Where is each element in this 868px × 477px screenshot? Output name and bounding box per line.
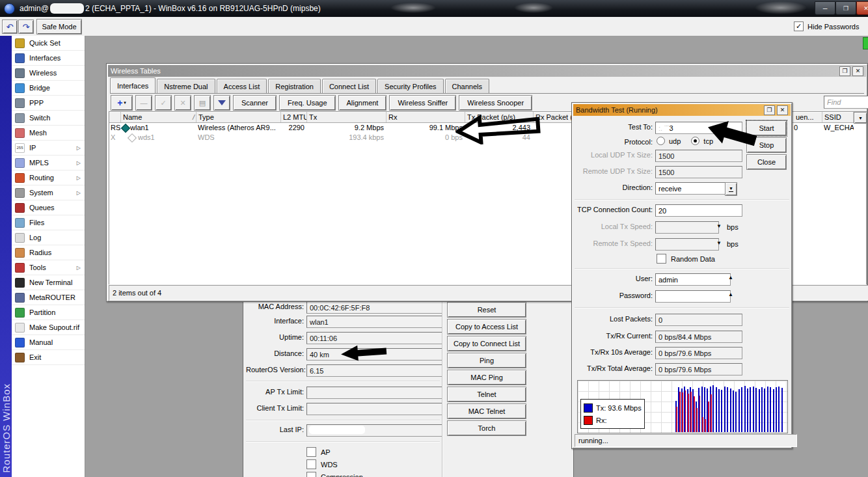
local-tx-speed-dropdown-icon[interactable]: ▼ — [716, 223, 722, 229]
sidebar-item-system[interactable]: System▷ — [12, 185, 85, 200]
legend-swatch — [584, 416, 593, 425]
random-data-group[interactable]: Random Data — [657, 254, 715, 264]
column-header-type[interactable]: Type — [197, 112, 281, 122]
comment-button[interactable]: ▤ — [194, 95, 211, 111]
sidebar-item-ip[interactable]: 255IP▷ — [12, 141, 85, 156]
ap-checkbox[interactable] — [306, 447, 316, 457]
sidebar-item-manual[interactable]: Manual — [12, 335, 85, 350]
wds-checkbox[interactable] — [306, 459, 316, 469]
direction-select[interactable]: receive — [655, 182, 731, 195]
protocol-tcp-radio[interactable] — [691, 137, 699, 145]
sidebar-item-ppp[interactable]: PPP — [12, 96, 85, 111]
bt-maximize-button[interactable]: ❐ — [764, 105, 775, 115]
rx-cell: 99.1 Mbps — [387, 123, 463, 133]
sidebar-item-radius[interactable]: Radius — [12, 245, 85, 260]
sidebar-item-switch[interactable]: Switch — [12, 111, 85, 126]
sidebar-item-mesh[interactable]: Mesh — [12, 126, 85, 141]
ping-button[interactable]: Ping — [447, 353, 526, 368]
sidebar-item-mpls[interactable]: MPLS▷ — [12, 156, 85, 170]
wireless-sniffer-button[interactable]: Wireless Sniffer — [389, 95, 456, 111]
copy-to-connect-list-button[interactable]: Copy to Connect List — [447, 336, 526, 351]
reset-button[interactable]: Reset — [447, 302, 526, 318]
direction-dropdown-button[interactable]: ▼ — [725, 182, 737, 196]
checkbox-group-ap[interactable]: AP — [306, 447, 331, 457]
filter-button[interactable] — [213, 95, 230, 111]
column-header-l2-mtu[interactable]: L2 MTU — [281, 112, 307, 122]
app-minimize-button[interactable]: – — [815, 1, 835, 15]
tab-connect-list[interactable]: Connect List — [322, 79, 376, 93]
scanner-button[interactable]: Scanner — [233, 95, 277, 111]
app-maximize-button[interactable]: ❐ — [835, 1, 856, 15]
compression-checkbox[interactable] — [306, 472, 316, 477]
wireless-snooper-button[interactable]: Wireless Snooper — [459, 95, 532, 111]
separator — [575, 199, 789, 200]
sidebar-item-exit[interactable]: Exit — [12, 350, 85, 365]
bt-close-button[interactable]: ✕ — [777, 105, 788, 115]
add-interface-button[interactable]: + ▾ — [111, 95, 133, 111]
bandwidth-test-titlebar[interactable]: Bandwidth Test (Running) ❐ ✕ — [573, 104, 791, 116]
password-spinner-icon[interactable]: ▲ — [728, 292, 733, 297]
undo-button[interactable]: ↶ — [2, 20, 18, 34]
sidebar-item-queues[interactable]: Queues — [12, 200, 85, 215]
mac-telnet-button[interactable]: MAC Telnet — [447, 403, 526, 419]
wt-close-button[interactable]: ✕ — [852, 66, 863, 76]
sidebar-menu: Quick SetInterfacesWirelessBridgePPPSwit… — [12, 36, 85, 477]
hide-passwords-group[interactable]: ✓ Hide Passwords — [794, 21, 859, 31]
close-button[interactable]: Close — [746, 154, 787, 170]
app-close-button[interactable]: ✕ — [856, 1, 868, 15]
checkbox-group-compression[interactable]: Compression — [306, 472, 363, 477]
tcp-connection-count-input[interactable]: 20 — [655, 204, 742, 217]
random-data-checkbox[interactable] — [657, 254, 666, 264]
tab-interfaces[interactable]: Interfaces — [110, 77, 156, 93]
tab-channels[interactable]: Channels — [445, 79, 489, 93]
protocol-udp-radio[interactable] — [657, 137, 665, 145]
distance-label: Distance: — [246, 349, 304, 357]
disable-button[interactable]: ✕ — [174, 95, 191, 111]
mac-ping-button[interactable]: MAC Ping — [447, 370, 526, 385]
remove-interface-button[interactable]: — — [135, 95, 152, 111]
find-input[interactable]: Find — [824, 96, 868, 109]
password-input[interactable] — [655, 290, 731, 303]
copy-to-access-list-button[interactable]: Copy to Access List — [447, 319, 526, 334]
sidebar-item-new-terminal[interactable]: New Terminal — [12, 275, 85, 290]
sidebar-item-interfaces[interactable]: Interfaces — [12, 51, 85, 66]
remote-tx-speed-dropdown-icon[interactable]: ▼ — [716, 240, 722, 246]
wireless-tables-titlebar[interactable]: Wireless Tables ❐ ✕ — [108, 65, 866, 77]
sidebar-item-routing[interactable]: Routing▷ — [12, 170, 85, 185]
sidebar-item-log[interactable]: Log — [12, 230, 85, 245]
hide-passwords-checkbox[interactable]: ✓ — [794, 21, 804, 31]
torch-button[interactable]: Torch — [447, 420, 526, 436]
sidebar-item-partition[interactable]: Partition — [12, 305, 85, 320]
type-cell: Wireless (Atheros AR9... — [198, 123, 280, 133]
tab-registration[interactable]: Registration — [268, 79, 321, 93]
sidebar-item-metarouter[interactable]: MetaROUTER — [12, 290, 85, 305]
tab-access-list[interactable]: Access List — [217, 79, 267, 93]
column-header-tx[interactable]: Tx — [307, 112, 387, 122]
redo-button[interactable]: ↷ — [18, 20, 34, 34]
wt-maximize-button[interactable]: ❐ — [839, 66, 850, 76]
column-header-ssid[interactable]: SSID — [822, 112, 854, 122]
enable-button[interactable]: ✓ — [155, 95, 172, 111]
user-spinner-icon[interactable]: ▲ — [728, 275, 733, 280]
column-header-uen-[interactable]: uen... — [794, 112, 822, 122]
column-header-name[interactable]: Name/ — [121, 112, 197, 122]
checkbox-group-wds[interactable]: WDS — [306, 459, 338, 469]
freq-usage-button[interactable]: Freq. Usage — [279, 95, 336, 111]
sidebar-item-quick-set[interactable]: Quick Set — [12, 36, 85, 51]
sidebar-item-wireless[interactable]: Wireless — [12, 66, 85, 81]
tab-security-profiles[interactable]: Security Profiles — [377, 79, 443, 93]
tab-nstreme-dual[interactable]: Nstreme Dual — [157, 79, 215, 93]
column-header-rx[interactable]: Rx — [387, 112, 465, 122]
txrx-total-average-label: Tx/Rx Total Average: — [577, 364, 653, 372]
safe-mode-button[interactable]: Safe Mode — [36, 19, 82, 34]
mesh-nodes-icon — [15, 128, 25, 138]
telnet-button[interactable]: Telnet — [447, 387, 526, 402]
sidebar-item-tools[interactable]: Tools▷ — [12, 260, 85, 275]
alignment-button[interactable]: Alignment — [338, 95, 387, 111]
column-header-flags[interactable] — [109, 112, 121, 122]
user-input[interactable]: admin — [655, 273, 731, 286]
column-select-button[interactable]: ▼ — [854, 112, 867, 124]
sidebar-item-make-supout-rif[interactable]: Make Supout.rif — [12, 320, 85, 335]
sidebar-item-files[interactable]: Files — [12, 215, 85, 230]
sidebar-item-bridge[interactable]: Bridge — [12, 81, 85, 96]
